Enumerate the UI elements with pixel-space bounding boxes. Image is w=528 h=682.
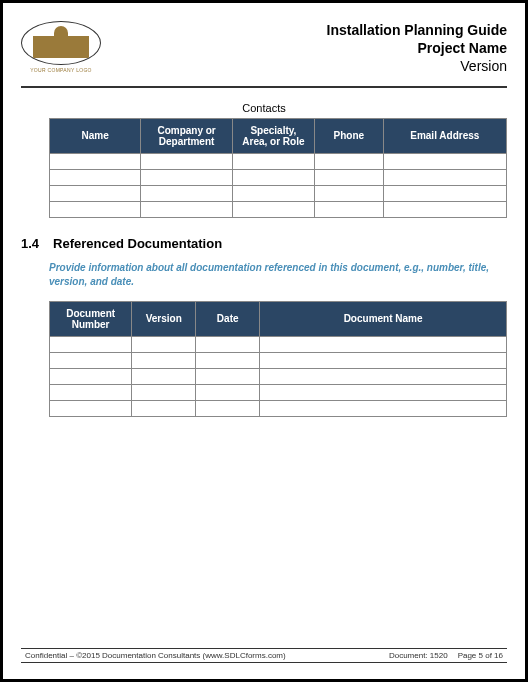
col-doc-date: Date	[196, 301, 260, 336]
header-rule	[21, 86, 507, 88]
col-email: Email Address	[383, 118, 506, 153]
col-doc-number: Document Number	[50, 301, 132, 336]
col-doc-name: Document Name	[260, 301, 507, 336]
table-row	[50, 384, 507, 400]
table-row	[50, 153, 507, 169]
document-page: YOUR COMPANY LOGO Installation Planning …	[3, 3, 525, 679]
page-header: YOUR COMPANY LOGO Installation Planning …	[21, 21, 507, 76]
table-row	[50, 201, 507, 217]
col-phone: Phone	[315, 118, 384, 153]
instruction-text: Provide information about all documentat…	[49, 261, 507, 289]
col-name: Name	[50, 118, 141, 153]
logo-container: YOUR COMPANY LOGO	[21, 21, 101, 73]
footer-page-number: Page 5 of 16	[458, 651, 503, 660]
table-row	[50, 185, 507, 201]
documentation-table: Document Number Version Date Document Na…	[49, 301, 507, 417]
title-block: Installation Planning Guide Project Name…	[327, 21, 507, 76]
col-doc-version: Version	[132, 301, 196, 336]
version-label: Version	[327, 57, 507, 75]
doc-title: Installation Planning Guide	[327, 21, 507, 39]
table-row	[50, 400, 507, 416]
page-footer: Confidential – ©2015 Documentation Consu…	[21, 648, 507, 663]
col-company: Company or Department	[141, 118, 232, 153]
company-logo-icon	[21, 21, 101, 65]
table-header-row: Name Company or Department Specialty, Ar…	[50, 118, 507, 153]
logo-caption: YOUR COMPANY LOGO	[30, 67, 92, 73]
table-row	[50, 336, 507, 352]
table-row	[50, 169, 507, 185]
table-row	[50, 352, 507, 368]
project-name: Project Name	[327, 39, 507, 57]
contacts-table: Name Company or Department Specialty, Ar…	[49, 118, 507, 218]
section-heading: 1.4 Referenced Documentation	[21, 236, 507, 251]
footer-confidential: Confidential – ©2015 Documentation Consu…	[25, 651, 379, 660]
contacts-title: Contacts	[21, 102, 507, 114]
section-title: Referenced Documentation	[53, 236, 222, 251]
footer-document-id: Document: 1520	[389, 651, 448, 660]
section-number: 1.4	[21, 236, 39, 251]
table-header-row: Document Number Version Date Document Na…	[50, 301, 507, 336]
col-specialty: Specialty, Area, or Role	[232, 118, 314, 153]
table-row	[50, 368, 507, 384]
